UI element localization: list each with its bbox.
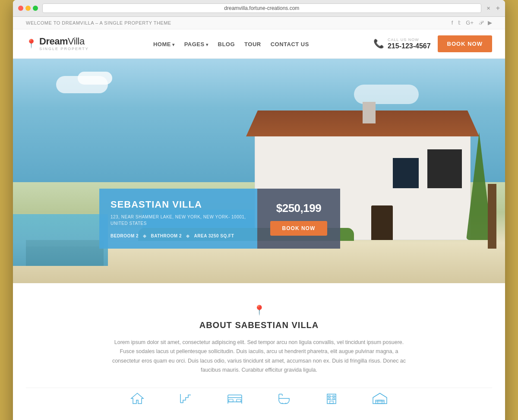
phone-area: 📞 CALL US NOW 215-123-4567 (373, 38, 431, 51)
pinterest-icon[interactable]: 𝒫 (479, 19, 483, 26)
dot-yellow[interactable] (25, 6, 31, 11)
house-feature-icon (130, 392, 144, 407)
add-tab-button[interactable]: + (496, 4, 500, 12)
dot-green[interactable] (33, 6, 38, 11)
logo-pin-icon: 📍 (26, 38, 37, 49)
dot-red[interactable] (18, 6, 23, 11)
logo-tagline: SINGLE PROPERTY (39, 47, 89, 51)
nav-item-home[interactable]: HOME (153, 40, 175, 48)
logo: 📍 DreamVilla SINGLE PROPERTY (26, 36, 89, 51)
phone-info: CALL US NOW 215-123-4567 (388, 38, 431, 51)
about-text: Lorem ipsum dolor sit amet, consectetur … (108, 338, 410, 375)
stairs-feature-icon (179, 392, 193, 407)
browser-window: dreamvilla.fortune-creations.com ✕ + WEL… (13, 0, 505, 420)
phone-label: CALL US NOW (388, 38, 431, 42)
property-info-box: SEBASTIAN VILLA 123, NEAR SHAMMER LAKE, … (99, 189, 257, 249)
feature-icons-row (26, 388, 492, 416)
svg-rect-1 (229, 399, 233, 402)
browser-chrome: dreamvilla.fortune-creations.com ✕ + (13, 0, 505, 17)
social-links: f 𝕥 G+ 𝒫 ▶ (452, 19, 492, 26)
top-bar: WELCOME TO DREAMVILLA – A SINGLE PROPERT… (13, 17, 505, 29)
about-title: ABOUT SABESTIAN VILLA (26, 320, 492, 330)
nav-link-contact[interactable]: CONTACT US (271, 41, 309, 47)
nav-link-blog[interactable]: BLOG (218, 41, 235, 47)
bed-feature-icon (227, 392, 243, 407)
svg-rect-2 (237, 399, 241, 402)
feature-divider-2: ◆ (186, 234, 190, 238)
property-price-box: $250,199 BOOK NOW (257, 189, 341, 249)
property-name: SEBASTIAN VILLA (111, 199, 246, 210)
book-now-nav-button[interactable]: BOOK NOW (438, 35, 492, 52)
nav-item-blog[interactable]: BLOG (218, 40, 235, 48)
bath-feature-icon (277, 392, 291, 407)
browser-dots (18, 6, 38, 11)
svg-rect-0 (228, 398, 242, 402)
area-feature: AREA 3250 SQ.FT (194, 234, 234, 238)
nav-links: HOME PAGES BLOG TOUR CONTACT US (153, 40, 309, 48)
logo-name: DreamVilla (39, 36, 89, 47)
property-features: BEDROOM 2 ◆ BATHROOM 2 ◆ AREA 3250 SQ.FT (111, 234, 246, 238)
property-card: SEBASTIAN VILLA 123, NEAR SHAMMER LAKE, … (99, 189, 340, 249)
close-tab-button[interactable]: ✕ (486, 5, 492, 11)
nav-item-contact[interactable]: CONTACT US (271, 40, 309, 48)
garage-feature-icon (372, 392, 388, 407)
nav-link-tour[interactable]: TOUR (244, 41, 261, 47)
building-feature-icon (325, 392, 338, 407)
about-section: 📍 ABOUT SABESTIAN VILLA Lorem ipsum dolo… (13, 283, 505, 420)
bedroom-feature: BEDROOM 2 (111, 234, 139, 238)
youtube-icon[interactable]: ▶ (488, 19, 492, 26)
book-now-hero-button[interactable]: BOOK NOW (270, 221, 328, 236)
hero-section: SEBASTIAN VILLA 123, NEAR SHAMMER LAKE, … (13, 59, 505, 283)
nav-link-home[interactable]: HOME (153, 41, 175, 47)
logo-text: DreamVilla SINGLE PROPERTY (39, 36, 89, 51)
logo-bold: Dream (39, 36, 68, 47)
welcome-text: WELCOME TO DREAMVILLA – A SINGLE PROPERT… (26, 20, 171, 25)
price-value: $250,199 (276, 202, 321, 215)
nav-item-tour[interactable]: TOUR (244, 40, 261, 48)
property-address: 123, NEAR SHAMMER LAKE, NEW YORK, NEW YO… (111, 214, 246, 227)
svg-rect-4 (330, 401, 333, 404)
googleplus-icon[interactable]: G+ (466, 19, 474, 26)
about-pin-icon: 📍 (26, 305, 492, 316)
phone-number: 215-123-4567 (388, 42, 431, 50)
facebook-icon[interactable]: f (452, 19, 453, 26)
nav-right: 📞 CALL US NOW 215-123-4567 BOOK NOW (373, 35, 492, 52)
logo-light: Villa (68, 36, 85, 47)
twitter-icon[interactable]: 𝕥 (458, 19, 461, 26)
nav-link-pages[interactable]: PAGES (184, 41, 208, 47)
address-bar[interactable]: dreamvilla.fortune-creations.com (42, 3, 481, 13)
bathroom-feature: BATHROOM 2 (151, 234, 182, 238)
feature-divider-1: ◆ (143, 234, 147, 238)
phone-icon: 📞 (373, 38, 384, 49)
main-nav: 📍 DreamVilla SINGLE PROPERTY HOME PAGES … (13, 29, 505, 59)
nav-item-pages[interactable]: PAGES (184, 40, 208, 48)
